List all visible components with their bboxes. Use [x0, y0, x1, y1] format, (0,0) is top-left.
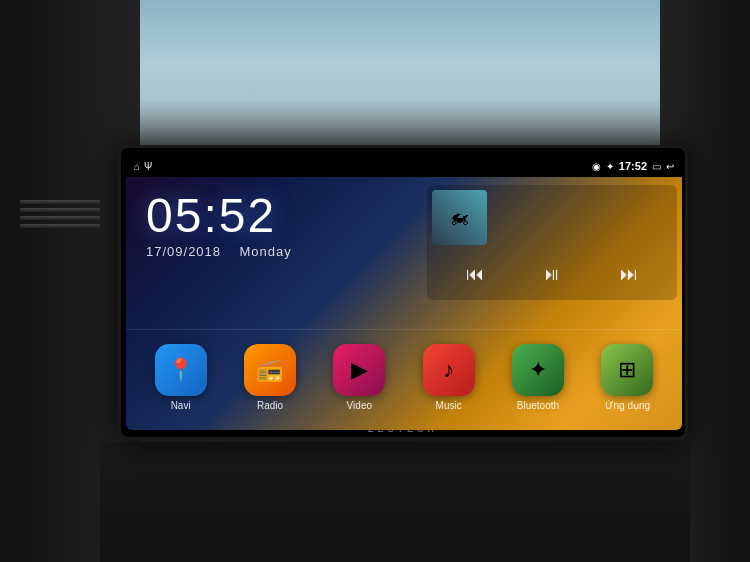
dashboard-bottom	[100, 442, 690, 562]
apps-grid: 📍Navi📻Radio▶Video♪Music✦Bluetooth⊞Ứng dụ…	[126, 325, 682, 430]
next-button[interactable]: ⏭	[620, 264, 638, 285]
usb-icon: Ψ	[144, 161, 152, 172]
bluetooth-icon: ✦	[606, 161, 614, 172]
location-icon: ◉	[592, 161, 601, 172]
main-content: 05:52 17/09/2018 Monday 🏍 ⏮ ⏯ ⏭ 📍Navi📻Ra…	[126, 177, 682, 430]
media-player: 🏍 ⏮ ⏯ ⏭	[427, 185, 677, 300]
apps-label: Ứng dụng	[605, 400, 651, 411]
apps-icon: ⊞	[601, 344, 653, 396]
app-video[interactable]: ▶Video	[333, 344, 385, 411]
status-left: ⌂ Ψ	[134, 161, 152, 172]
app-music[interactable]: ♪Music	[423, 344, 475, 411]
navi-label: Navi	[171, 400, 191, 411]
home-icon: ⌂	[134, 161, 140, 172]
back-icon[interactable]: ↩	[666, 161, 674, 172]
status-bar: ⌂ Ψ ◉ ✦ 17:52 ▭ ↩	[126, 155, 682, 177]
music-icon: ♪	[423, 344, 475, 396]
windshield	[130, 0, 675, 160]
navi-icon: 📍	[155, 344, 207, 396]
window-icon: ▭	[652, 161, 661, 172]
bluetooth-label: Bluetooth	[517, 400, 559, 411]
vent-left	[20, 200, 100, 240]
app-bluetooth[interactable]: ✦Bluetooth	[512, 344, 564, 411]
play-pause-button[interactable]: ⏯	[543, 264, 561, 285]
album-art-image: 🏍	[432, 190, 487, 245]
bluetooth-icon: ✦	[512, 344, 564, 396]
status-right: ◉ ✦ 17:52 ▭ ↩	[592, 160, 674, 172]
app-apps[interactable]: ⊞Ứng dụng	[601, 344, 653, 411]
prev-button[interactable]: ⏮	[466, 264, 484, 285]
status-time: 17:52	[619, 160, 647, 172]
app-navi[interactable]: 📍Navi	[155, 344, 207, 411]
app-radio[interactable]: 📻Radio	[244, 344, 296, 411]
video-icon: ▶	[333, 344, 385, 396]
video-label: Video	[347, 400, 372, 411]
clock-time: 05:52	[146, 192, 395, 240]
music-label: Music	[436, 400, 462, 411]
media-controls[interactable]: ⏮ ⏯ ⏭	[427, 264, 677, 285]
clock-date: 17/09/2018 Monday	[146, 244, 395, 259]
main-screen: ⌂ Ψ ◉ ✦ 17:52 ▭ ↩ 05:52 17/09/2018 Monda…	[126, 155, 682, 430]
radio-icon: 📻	[244, 344, 296, 396]
album-art: 🏍	[432, 190, 487, 245]
radio-label: Radio	[257, 400, 283, 411]
